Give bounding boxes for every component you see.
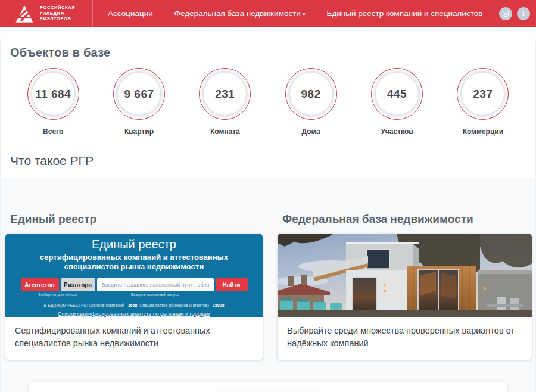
registry-banner: Единый реестр сертифицированных компаний… [5, 234, 263, 317]
fedbase-caption: Выбирайте среди множества проверенных ва… [278, 317, 532, 360]
stat-plots: 445 Участков [354, 68, 440, 136]
social-links: f [499, 0, 530, 27]
fedbase-section-title: Федеральная база недвижимости [282, 213, 532, 226]
agency-button[interactable]: Агентство [21, 278, 59, 291]
page-content: Объектов в базе 11 684 Всего 9 667 Кварт… [0, 36, 536, 392]
buttons-hint: Выберите для поиска [21, 293, 95, 297]
registry-card[interactable]: Единый реестр сертифицированных компаний… [5, 234, 263, 360]
stat-label: Квартир [96, 127, 182, 136]
nav-item-associations[interactable]: Ассоциации [108, 9, 153, 18]
certified-agencies-link[interactable]: Списки сертифицированных агентств по рег… [58, 311, 210, 317]
logo[interactable]: РОССИЙСКАЯ ГИЛЬДИЯ РИЭЛТОРОВ [0, 0, 92, 27]
stat-label: Дома [268, 127, 354, 136]
main-nav: Ассоциации Федеральная база недвижимости… [108, 9, 504, 18]
registry-section-title: Единый реестр [10, 213, 263, 226]
about-title: Что такое РГР [10, 154, 526, 168]
stats-section: Объектов в базе 11 684 Всего 9 667 Кварт… [1, 36, 535, 136]
header-separator [92, 0, 93, 27]
stat-value: 11 684 [35, 88, 71, 101]
stat-label: Комната [182, 127, 268, 136]
instagram-icon[interactable] [499, 7, 512, 20]
chevron-down-icon: ▾ [303, 11, 306, 17]
lower-region: Единый реестр Единый реестр сертифициров… [1, 178, 535, 392]
stat-total: 11 684 Всего [10, 68, 96, 136]
stat-commercial: 237 Коммерции [440, 68, 526, 136]
input-hint: Введите поисковый запрос [95, 293, 216, 297]
stat-value: 237 [473, 88, 493, 101]
registry-stats-line: В ЕДИНОМ РЕЕСТРЕ: Офисов компаний - 1658… [5, 303, 263, 307]
fedbase-card[interactable]: Выбирайте среди множества проверенных ва… [278, 234, 532, 360]
facebook-icon[interactable]: f [517, 7, 530, 20]
stat-label: Всего [10, 127, 96, 136]
stat-houses: 982 Дома [268, 68, 354, 136]
map-panel [29, 382, 507, 392]
stat-value: 445 [387, 88, 407, 101]
logo-text: РОССИЙСКАЯ ГИЛЬДИЯ РИЭЛТОРОВ [40, 5, 75, 22]
registry-column: Единый реестр Единый реестр сертифициров… [5, 213, 263, 360]
registry-search-form: Агентство Риэлтора Найти [5, 278, 263, 291]
registry-banner-subtitle: сертифицированных компаний и аттестованн… [23, 253, 245, 272]
rgr-logo-icon [14, 4, 35, 24]
fedbase-column: Федеральная база недвижимости [278, 213, 532, 360]
stat-label: Участков [354, 127, 440, 136]
stat-value: 982 [301, 88, 321, 101]
nav-item-registry[interactable]: Единый реестр компаний и специалистов [326, 9, 482, 18]
stat-value: 9 667 [124, 88, 154, 101]
registry-caption: Сертифицированных компаний и аттестованн… [5, 317, 263, 360]
registry-search-input[interactable] [97, 278, 214, 291]
header: РОССИЙСКАЯ ГИЛЬДИЯ РИЭЛТОРОВ Ассоциации … [0, 0, 536, 27]
form-hints: Выберите для поиска Введите поисковый за… [5, 293, 263, 297]
registry-banner-title: Единый реестр [5, 238, 263, 251]
stats-title: Объектов в базе [10, 46, 526, 60]
stats-row: 11 684 Всего 9 667 Квартир 231 Комната 9… [10, 68, 526, 136]
realtor-button[interactable]: Риэлтора [61, 278, 95, 291]
stat-value: 231 [215, 88, 235, 101]
find-button[interactable]: Найти [216, 278, 248, 291]
modern-house-photo [278, 234, 532, 317]
stat-label: Коммерции [440, 127, 526, 136]
nav-item-federal-base[interactable]: Федеральная база недвижимости▾ [174, 9, 306, 18]
about-section: Что такое РГР [1, 136, 535, 168]
stat-apartments: 9 667 Квартир [96, 68, 182, 136]
russia-map-image [101, 388, 435, 392]
stat-rooms: 231 Комната [182, 68, 268, 136]
